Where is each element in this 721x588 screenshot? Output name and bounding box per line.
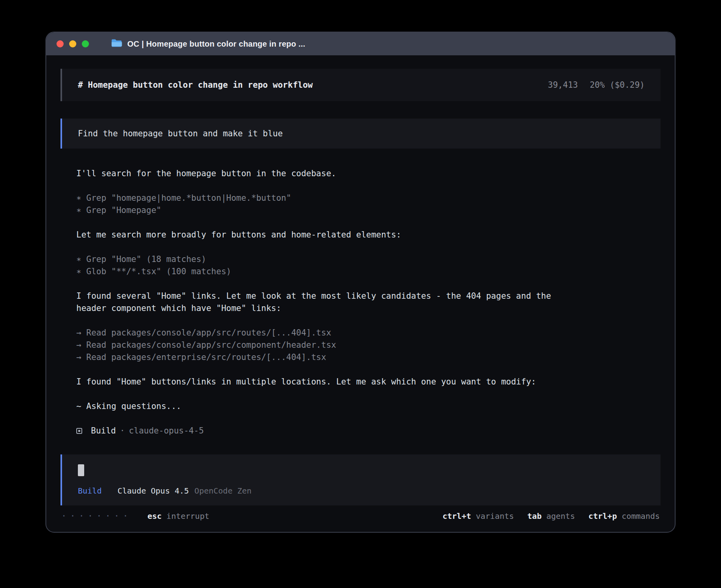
session-title: # Homepage button color change in repo w… xyxy=(78,80,313,90)
interrupt-label: interrupt xyxy=(166,511,209,521)
window-title: OC | Homepage button color change in rep… xyxy=(127,40,305,49)
traffic-lights xyxy=(57,40,89,47)
separator-dot: · xyxy=(120,426,125,435)
variants-hint: ctrl+t variants xyxy=(442,511,514,521)
folder-icon xyxy=(111,39,122,49)
ctrl-p-key-label: ctrl+p xyxy=(588,511,617,521)
assistant-status-text: ~ Asking questions... xyxy=(76,400,645,413)
tool-call-group: ∗ Grep "homepage|home.*button|Home.*butt… xyxy=(76,192,645,217)
token-count: 39,413 xyxy=(548,80,578,90)
commands-label: commands xyxy=(622,511,660,521)
active-model-label[interactable]: Claude Opus 4.5 xyxy=(117,486,189,496)
terminal-window: OC | Homepage button color change in rep… xyxy=(45,32,676,533)
agent-build-icon xyxy=(76,428,82,434)
assistant-text: I found "Home" buttons/links in multiple… xyxy=(76,376,645,388)
context-usage: 20% ($0.29) xyxy=(590,80,645,90)
tab-key-label: tab xyxy=(527,511,542,521)
spinner-dots-icon: ········ xyxy=(61,511,132,521)
user-message: Find the homepage button and make it blu… xyxy=(60,119,661,149)
file-read-line: → Read packages/console/app/src/componen… xyxy=(76,339,645,351)
agents-hint: tab agents xyxy=(527,511,575,521)
file-read-line: → Read packages/enterprise/src/routes/[.… xyxy=(76,351,645,364)
tool-call-line: ∗ Grep "Homepage" xyxy=(76,204,645,217)
tool-call-line: ∗ Glob "**/*.tsx" (100 matches) xyxy=(76,266,645,278)
assistant-text: Let me search more broadly for buttons a… xyxy=(76,229,645,241)
assistant-text: I'll search for the homepage button in t… xyxy=(76,168,645,180)
window-titlebar[interactable]: OC | Homepage button color change in rep… xyxy=(46,32,675,55)
minimize-button[interactable] xyxy=(69,40,76,47)
commands-hint: ctrl+p commands xyxy=(588,511,660,521)
provider-label: OpenCode Zen xyxy=(194,486,252,496)
tool-call-group: ∗ Grep "Home" (18 matches) ∗ Glob "**/*.… xyxy=(76,253,645,278)
ctrl-t-key-label: ctrl+t xyxy=(442,511,471,521)
input-status-row: Build Claude Opus 4.5 OpenCode Zen xyxy=(78,486,645,496)
active-agent-label[interactable]: Build xyxy=(78,486,102,496)
assistant-text: I found several "Home" links. Let me loo… xyxy=(76,290,562,315)
agent-name: Build xyxy=(91,426,116,435)
terminal-content: # Homepage button color change in repo w… xyxy=(46,55,675,532)
title-group: OC | Homepage button color change in rep… xyxy=(111,39,305,49)
zoom-button[interactable] xyxy=(82,40,89,47)
variants-label: variants xyxy=(476,511,514,521)
file-read-line: → Read packages/console/app/src/routes/[… xyxy=(76,327,645,339)
agent-status-text: Build·claude-opus-4-5 xyxy=(91,425,204,437)
tool-call-line: ∗ Grep "homepage|home.*button|Home.*butt… xyxy=(76,192,645,204)
status-bar: ········ esc interrupt ctrl+t variants t… xyxy=(60,511,661,521)
tool-call-line: ∗ Grep "Home" (18 matches) xyxy=(76,253,645,266)
keyboard-hints: ctrl+t variants tab agents ctrl+p comman… xyxy=(442,511,660,521)
session-header: # Homepage button color change in repo w… xyxy=(60,69,661,101)
close-button[interactable] xyxy=(57,40,64,47)
assistant-output: I'll search for the homepage button in t… xyxy=(60,168,661,437)
esc-key-label: esc xyxy=(147,511,162,521)
interrupt-hint: esc interrupt xyxy=(147,511,210,521)
model-id: claude-opus-4-5 xyxy=(129,426,204,435)
user-message-text: Find the homepage button and make it blu… xyxy=(78,129,283,138)
text-cursor xyxy=(78,464,84,476)
agent-status-line: Build·claude-opus-4-5 xyxy=(76,425,645,437)
file-read-group: → Read packages/console/app/src/routes/[… xyxy=(76,327,645,364)
prompt-input[interactable]: Build Claude Opus 4.5 OpenCode Zen xyxy=(60,454,661,505)
session-meta: 39,413 20% ($0.29) xyxy=(548,80,645,90)
agents-label: agents xyxy=(546,511,575,521)
